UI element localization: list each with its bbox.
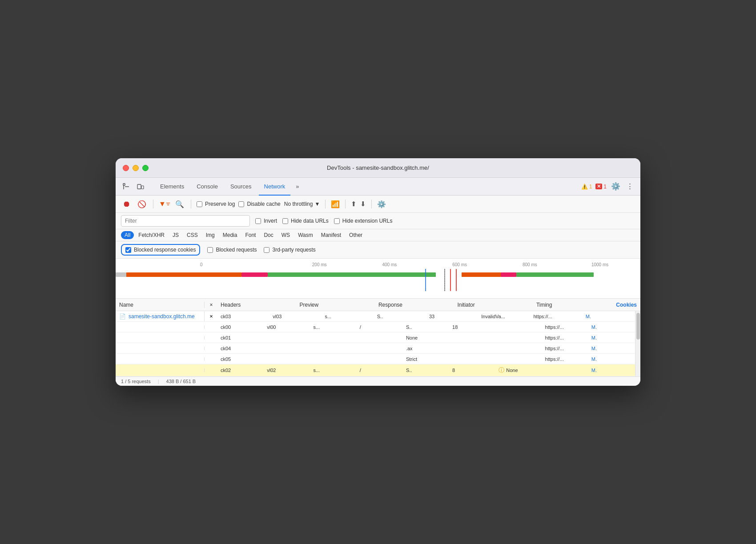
tab-console[interactable]: Console	[191, 178, 223, 196]
disable-cache-label[interactable]: Disable cache	[238, 201, 280, 207]
td-inv-6: ⓘ None	[496, 364, 542, 376]
hide-data-urls-checkbox[interactable]	[282, 218, 288, 224]
blocked-cookies-label[interactable]: Blocked response cookies	[121, 244, 200, 256]
type-btn-fetch[interactable]: Fetch/XHR	[135, 231, 168, 239]
td-num-3	[450, 336, 496, 340]
type-btn-js[interactable]: JS	[169, 231, 182, 239]
th-headers: Headers	[218, 302, 297, 308]
td-ck02: ck02	[218, 366, 264, 375]
status-bar: 1 / 5 requests | 438 B / 651 B	[116, 376, 640, 386]
type-btn-img[interactable]: Img	[202, 231, 218, 239]
td-m-1: M.	[583, 312, 635, 321]
throttle-dropdown[interactable]: No throttling ▼	[284, 201, 320, 207]
filter-toggle-button[interactable]: ▼	[159, 198, 170, 210]
td-vl04	[264, 347, 310, 350]
tab-sources[interactable]: Sources	[225, 178, 257, 196]
scrollbar[interactable]	[635, 311, 640, 376]
tab-bar: Elements Console Sources Network » ⚠️ 1	[116, 178, 640, 196]
inspect-icon[interactable]	[121, 181, 132, 192]
bar-green-2	[516, 272, 594, 277]
search-button[interactable]: 🔍	[174, 198, 185, 210]
tab-more[interactable]: »	[292, 178, 302, 196]
type-btn-ws[interactable]: WS	[278, 231, 294, 239]
td-s-5	[310, 357, 357, 361]
type-btn-all[interactable]: All	[121, 231, 134, 239]
ruler-mark-0: 0	[200, 262, 284, 267]
ruler-mark-800: 800 ms	[495, 262, 565, 267]
type-btn-manifest[interactable]: Manifest	[318, 231, 345, 239]
wifi-icon: 📶	[331, 200, 340, 208]
preserve-log-label[interactable]: Preserve log	[197, 201, 235, 207]
toolbar-divider-4	[345, 200, 346, 208]
settings-icon[interactable]: ⚙️	[610, 181, 621, 192]
blocked-requests-label[interactable]: Blocked requests	[207, 247, 257, 253]
type-btn-wasm[interactable]: Wasm	[294, 231, 317, 239]
ruler-mark-600: 600 ms	[425, 262, 495, 267]
invert-label[interactable]: Invert	[255, 218, 277, 224]
table-row[interactable]: ck02 vl02 s... / S.. 8 ⓘ None M.	[116, 364, 635, 376]
table-row[interactable]: ck04 .ax https://... M.	[116, 343, 635, 354]
maximize-button[interactable]	[142, 165, 149, 171]
hide-ext-urls-label[interactable]: Hide extension URLs	[334, 218, 393, 224]
td-name-4	[116, 347, 205, 350]
record-button[interactable]: ⏺	[121, 198, 133, 210]
warning-icon: ⚠️	[581, 184, 588, 190]
td-ck03: ck03	[218, 312, 270, 321]
third-party-checkbox[interactable]	[264, 247, 269, 253]
vline-blue	[425, 269, 426, 291]
minimize-button[interactable]	[133, 165, 139, 171]
table-row[interactable]: ck01 None https://... M.	[116, 332, 635, 343]
type-btn-doc[interactable]: Doc	[260, 231, 277, 239]
third-party-label[interactable]: 3rd-party requests	[264, 247, 315, 253]
td-ck00: ck00	[218, 323, 264, 332]
devtools-content: Elements Console Sources Network » ⚠️ 1	[116, 178, 640, 386]
disable-cache-checkbox[interactable]	[238, 201, 244, 207]
td-num-5	[450, 357, 496, 361]
type-btn-font[interactable]: Font	[241, 231, 259, 239]
type-btn-other[interactable]: Other	[346, 231, 366, 239]
td-https-2: https://...	[543, 323, 589, 332]
td-s-6: s...	[310, 366, 357, 375]
tab-network[interactable]: Network	[259, 178, 291, 196]
td-vl01	[264, 336, 310, 340]
titlebar: DevTools - samesite-sandbox.glitch.me/	[116, 158, 640, 178]
th-preview: Preview	[297, 302, 375, 308]
export-icon[interactable]: ⬇	[360, 200, 366, 208]
th-initiator: Initiator	[454, 302, 533, 308]
type-btn-css[interactable]: CSS	[183, 231, 201, 239]
close-button[interactable]	[123, 165, 129, 171]
td-num-6: 8	[450, 366, 496, 375]
td-slash-5	[357, 357, 403, 361]
blocked-requests-checkbox[interactable]	[207, 247, 213, 253]
table-row[interactable]: ck05 Strict https://... M.	[116, 354, 635, 364]
table-row[interactable]: 📄 samesite-sandbox.glitch.me × ck03 vl03…	[116, 311, 635, 322]
td-ck05: ck05	[218, 355, 264, 364]
network-toolbar: ⏺ 🚫 ▼ 🔍 Preserve log Disable cache No th…	[116, 196, 640, 213]
td-s2-1: S..	[374, 312, 426, 321]
svg-rect-4	[141, 186, 144, 189]
td-s3-2: S..	[403, 323, 450, 332]
hide-data-urls-label[interactable]: Hide data URLs	[282, 218, 329, 224]
bar-red-1	[450, 269, 451, 291]
table-row[interactable]: ck00 vl00 s... / S.. 18 https://... M.	[116, 322, 635, 332]
device-toggle-icon[interactable]	[135, 181, 146, 192]
toolbar-divider-1	[153, 200, 153, 208]
invert-checkbox[interactable]	[255, 218, 261, 224]
type-btn-media[interactable]: Media	[219, 231, 241, 239]
td-s-4	[310, 347, 357, 350]
import-icon[interactable]: ⬆	[351, 200, 357, 208]
devtools-window: DevTools - samesite-sandbox.glitch.me/	[116, 158, 640, 386]
info-icon: ⓘ	[499, 366, 504, 374]
network-settings-icon[interactable]: ⚙️	[377, 200, 386, 208]
more-icon[interactable]: ⋮	[624, 181, 635, 192]
scrollbar-thumb[interactable]	[636, 313, 640, 340]
preserve-log-checkbox[interactable]	[197, 201, 202, 207]
clear-button[interactable]: 🚫	[136, 198, 148, 210]
tab-elements[interactable]: Elements	[155, 178, 189, 196]
hide-ext-urls-checkbox[interactable]	[334, 218, 340, 224]
td-m-2: M.	[589, 323, 635, 332]
filter-input[interactable]	[121, 215, 250, 227]
td-slash-3	[357, 336, 403, 340]
bar-pink-2	[501, 272, 516, 277]
blocked-cookies-checkbox[interactable]	[125, 247, 131, 253]
